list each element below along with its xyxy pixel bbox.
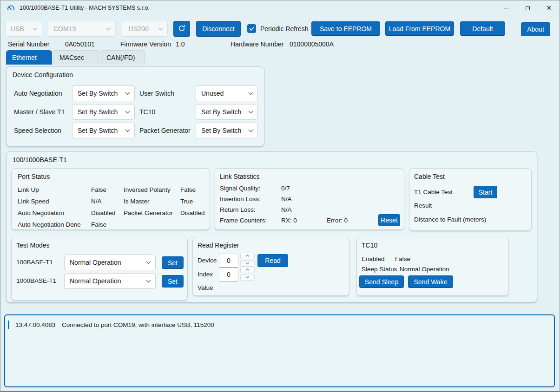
test-mode-1000base-value: Normal Operation (70, 277, 121, 285)
insertion-loss-label: Insertion Loss: (220, 194, 281, 204)
read-register-button[interactable]: Read (257, 254, 288, 267)
chevron-down-icon (248, 92, 253, 95)
com-port-select[interactable]: COM19 (48, 21, 116, 37)
chevron-down-icon (125, 129, 130, 132)
register-device-label: Device (198, 256, 217, 265)
spin-down-icon[interactable] (240, 260, 255, 267)
frame-counters-rx-value: RX: 0 (281, 215, 327, 226)
title-bar: 100/1000BASE-T1 Utility - MACH SYSTEMS s… (0, 0, 560, 15)
frame-counters-error-value: Error: 0 (327, 215, 378, 226)
serial-number-value: 0A050101 (65, 39, 95, 49)
log-entry-time: 13:47:00.4083 (15, 321, 55, 328)
register-index-input[interactable] (219, 268, 238, 281)
tab-macsec[interactable]: MACsec (53, 50, 99, 65)
periodic-refresh-checkbox[interactable] (247, 24, 256, 33)
read-register-panel: Read Register Device Read Index Value (192, 237, 349, 296)
tab-ethernet[interactable]: Ethernet (6, 50, 52, 65)
auto-negotiation-done-value: False (91, 219, 124, 230)
chevron-down-icon (146, 280, 151, 283)
packet-generator-status-label: Packet Generator (124, 207, 180, 219)
auto-negotiation-status-label: Auto Negotiation (18, 207, 91, 219)
tc10-sleep-status-value: Normal Operation (400, 265, 449, 274)
speed-selection-select[interactable]: Set By Switch (72, 123, 135, 138)
chevron-down-icon (106, 27, 111, 31)
read-register-title: Read Register (198, 242, 239, 249)
default-button[interactable]: Default (460, 21, 505, 36)
test-mode-100base-set-button[interactable]: Set (162, 256, 184, 269)
load-from-eeprom-button[interactable]: Load From EEPROM (385, 21, 454, 36)
auto-negotiation-status-value: Disabled (91, 207, 124, 219)
tc10-mode-value: Set By Switch (201, 108, 241, 116)
distance-to-fault-label: Distance to Fault (meters) (414, 215, 486, 224)
close-icon[interactable]: ✕ (538, 0, 560, 15)
baud-rate-select[interactable]: 115200 (122, 21, 168, 37)
chevron-down-icon (248, 129, 253, 132)
register-index-spinner (240, 267, 255, 281)
t1-cable-test-label: T1 Cable Test (414, 188, 453, 197)
packet-generator-status-value: Disabled (180, 207, 205, 219)
link-statistics-title: Link Statistics (220, 173, 260, 180)
spin-up-icon[interactable] (240, 267, 255, 273)
user-switch-select[interactable]: Unused (196, 85, 258, 101)
tc10-sleep-status-label: Sleep Status (362, 265, 397, 274)
test-mode-100base-select[interactable]: Normal Operation (64, 255, 156, 270)
send-sleep-button-label: Send Sleep (365, 278, 398, 286)
reset-counters-button[interactable]: Reset (378, 214, 400, 226)
master-slave-value: Set By Switch (78, 108, 118, 116)
log-entry[interactable]: 13:47:00.4083 Connected to port COM19, w… (5, 315, 554, 333)
load-from-eeprom-label: Load From EEPROM (389, 25, 450, 33)
link-up-label: Link Up (18, 184, 91, 196)
log-entry-message: Connected to port COM19, with interface … (62, 321, 214, 328)
start-button-label: Start (479, 189, 493, 196)
minimize-icon[interactable] (495, 0, 517, 15)
cable-test-panel: Cable Test T1 Cable Test Start Result Di… (409, 168, 532, 231)
cable-test-start-button[interactable]: Start (474, 186, 497, 198)
firmware-version-label: Firmware Version (120, 39, 171, 49)
auto-negotiation-value: Set By Switch (78, 90, 118, 97)
speed-selection-value: Set By Switch (78, 127, 118, 134)
is-master-value: True (180, 196, 205, 207)
inversed-polarity-value: False (180, 184, 205, 196)
tab-canfd[interactable]: CAN(/FD) (100, 50, 145, 65)
base-t1-title: 100/1000BASE-T1 (13, 156, 67, 163)
tc10-enabled-label: Enabled (362, 255, 385, 264)
send-wake-button[interactable]: Send Wake (408, 275, 453, 288)
disconnect-button[interactable]: Disconnect (196, 21, 241, 37)
signal-quality-label: Signal Quality: (220, 183, 281, 194)
test-modes-title: Test Modes (16, 242, 50, 249)
maximize-icon[interactable] (517, 0, 538, 15)
spin-up-icon[interactable] (240, 253, 255, 259)
refresh-button[interactable] (173, 21, 190, 37)
frame-counters-label: Frame Counters: (220, 215, 281, 226)
link-statistics-panel: Link Statistics Signal Quality: 0/7 Inse… (215, 168, 404, 230)
chevron-down-icon (125, 111, 130, 114)
packet-generator-select[interactable]: Set By Switch (196, 123, 258, 138)
interface-select[interactable]: USB (5, 21, 42, 37)
register-device-spinner (240, 253, 255, 267)
send-sleep-button[interactable]: Send Sleep (359, 275, 404, 288)
set-button-label: Set (168, 278, 178, 285)
spin-down-icon[interactable] (240, 274, 255, 281)
test-mode-1000base-select[interactable]: Normal Operation (64, 273, 156, 289)
register-device-input[interactable] (219, 254, 238, 268)
reset-button-label: Reset (381, 216, 398, 224)
com-port-select-value: COM19 (53, 25, 76, 33)
app-window: 100/1000BASE-T1 Utility - MACH SYSTEMS s… (0, 0, 560, 392)
chevron-down-icon (158, 27, 163, 31)
set-button-label: Set (168, 259, 178, 267)
tc10-mode-select[interactable]: Set By Switch (196, 104, 258, 120)
test-mode-1000base-set-button[interactable]: Set (162, 275, 184, 287)
chevron-down-icon (33, 27, 38, 31)
about-button-label: About (527, 26, 544, 33)
auto-negotiation-select[interactable]: Set By Switch (72, 85, 135, 101)
log-listbox[interactable]: 13:47:00.4083 Connected to port COM19, w… (4, 314, 555, 387)
about-button[interactable]: About (521, 22, 550, 36)
send-wake-button-label: Send Wake (414, 278, 448, 286)
register-value-label: Value (198, 283, 213, 293)
master-slave-select[interactable]: Set By Switch (72, 104, 135, 120)
packet-generator-label: Packet Generator (135, 123, 196, 138)
chevron-down-icon (125, 92, 130, 95)
tc10-mode-label: TC10 (135, 104, 196, 120)
save-to-eeprom-button[interactable]: Save to EEPROM (311, 21, 380, 36)
tc10-panel: TC10 Enabled False Sleep Status Normal O… (356, 237, 509, 296)
